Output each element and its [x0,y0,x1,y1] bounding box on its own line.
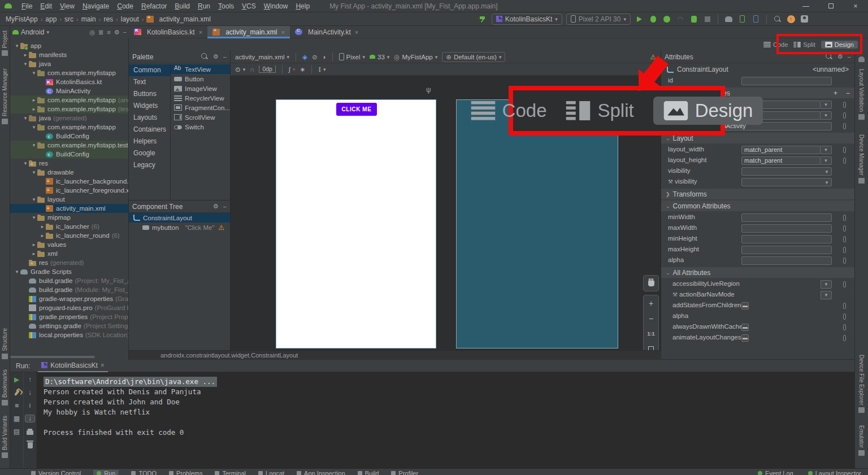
search-everywhere-icon[interactable] [772,14,782,24]
breadcrumb-item[interactable]: MyFistApp [6,15,38,23]
palette-category-common[interactable]: Common [129,64,170,76]
dropdown-arrow-button[interactable]: ▼ [821,101,832,109]
statusbar-layout-inspector[interactable]: Layout Inspector [808,470,861,475]
tree-item-ic-launcher-round[interactable]: ▸ic_launcher_round (6) [10,231,128,240]
strip-device-file-explorer[interactable]: Device File Explorer [858,355,865,413]
tri-state-checkbox[interactable]: ▬ [741,324,749,331]
attr-value-dropdown[interactable]: ▼ [741,178,832,186]
breadcrumb-item[interactable]: src [64,15,73,23]
tree-item-mipmap[interactable]: ▾mipmap [10,213,128,222]
editor-tab-mainactivity-kt[interactable]: MainActivity.kt× [290,26,363,38]
palette-category-widgets[interactable]: Widgets [129,100,170,112]
default-margin-select[interactable]: 0dp [259,66,276,73]
palette-category-layouts[interactable]: Layouts [129,112,170,124]
attr-value-input[interactable] [741,246,832,254]
tree-collapse-arrow[interactable]: ▾ [14,267,20,276]
attach-debugger-button[interactable] [689,14,698,24]
menu-navigate[interactable]: Navigate [79,2,113,10]
menu-tools[interactable]: Tools [214,2,238,10]
component-mybutton[interactable]: mybutton"Click Me"⚠ [129,223,230,232]
attr-value-input[interactable] [741,256,832,265]
run-tab[interactable]: KotolinBasicsKt × [38,360,107,372]
statusbar-event-log[interactable]: Event Log [758,470,793,475]
strip-build-variants[interactable]: Build Variants [2,416,8,458]
warning-icon[interactable]: ⚠ [218,224,224,232]
attr-value-field[interactable]: match_parent [741,156,821,165]
tree-item-java[interactable]: ▾java (generated) [10,114,128,123]
tree-item-build-gradle[interactable]: build.gradle (Project: My_Fist_App) [10,276,128,285]
menu-window[interactable]: Window [260,2,292,10]
blueprint-view-canvas[interactable] [456,99,618,348]
zoom-out-button[interactable]: − [644,311,658,326]
locate-file-icon[interactable]: ◎ [89,29,95,36]
menu-build[interactable]: Build [171,2,194,10]
tree-expand-arrow[interactable]: ▸ [22,50,29,59]
section-toggle-arrow[interactable]: ⌄ [666,270,670,276]
tree-item-res[interactable]: res (generated) [10,258,128,267]
menu-view[interactable]: View [56,2,79,10]
gear-icon[interactable]: ⚙ [213,53,219,60]
palette-category-helpers[interactable]: Helpers [129,136,170,147]
section-toggle-arrow[interactable]: ❯ [666,191,670,197]
palette-item-switch[interactable]: Switch [171,122,230,132]
close-icon[interactable]: × [355,29,358,36]
horizontal-scrollbar[interactable] [10,356,95,358]
build-settings-icon[interactable] [12,389,22,396]
menu-file[interactable]: File [18,2,36,10]
hide-panel-icon[interactable]: − [123,29,127,36]
tree-item-settings-gradle[interactable]: settings.gradle (Project Settings) [10,321,128,330]
api-version-select[interactable]: 33▾ [370,54,389,60]
strip-project[interactable]: Project [2,30,8,56]
run-button[interactable] [635,14,644,24]
breadcrumb-item[interactable]: main [81,15,96,23]
dropdown-arrow-button[interactable]: ▼ [821,291,832,299]
menu-edit[interactable]: Edit [36,2,56,10]
palette-item-recyclerview[interactable]: RecyclerView [171,93,230,103]
palette-category-google[interactable]: Google [129,147,170,159]
tree-item-gradle-scripts[interactable]: ▾Gradle Scripts [10,267,128,276]
night-mode-off-icon[interactable]: ⊘ [312,53,318,61]
hide-panel-icon[interactable]: − [848,54,851,60]
tree-item-com-example-myfistapp-test[interactable]: ▾com.example.myfistapp.test [10,141,128,150]
dropdown-arrow-button[interactable]: ▼ [821,146,832,154]
tree-expand-arrow[interactable]: ▸ [31,240,37,249]
tree-item-layout[interactable]: ▾layout [10,195,128,204]
close-icon[interactable]: × [101,361,105,369]
expand-all-icon[interactable]: ≣ [98,29,103,36]
menu-refactor[interactable]: Refactor [137,2,171,10]
restore-layout-icon[interactable]: ▤ [12,428,22,435]
tree-item-build-gradle[interactable]: build.gradle (Module: My_Fist_App.ap [10,285,128,294]
breadcrumb-item[interactable]: layout [121,15,139,23]
tree-item-app[interactable]: ▾app [10,41,128,50]
dropdown-arrow-button[interactable]: ▼ [821,156,832,165]
clear-all-icon[interactable] [25,441,35,448]
zoom-in-button[interactable]: + [644,295,658,311]
section-toggle-arrow[interactable]: ⌄ [666,203,670,209]
strip-emulator[interactable]: Emulator [858,425,865,456]
device-manager-icon[interactable] [737,14,747,24]
tree-item-res[interactable]: ▾res [10,159,128,168]
stop-icon[interactable]: ■ [12,402,22,409]
soft-wrap-icon[interactable]: ≀ [25,402,35,409]
statusbar-profiler[interactable]: Profiler [391,470,418,475]
sdk-manager-icon[interactable] [751,14,761,24]
attr-value-input[interactable] [741,213,832,222]
stop-button[interactable] [702,14,712,24]
tree-item-ic-launcher[interactable]: ▸ic_launcher (6) [10,222,128,231]
palette-item-scrollview[interactable]: ScrollView [171,112,230,122]
close-icon[interactable]: × [199,29,202,36]
text-ibeam-icon[interactable]: I▾ [318,66,326,73]
device-for-preview-select[interactable]: Pixel▾ [339,53,365,60]
menu-vcs[interactable]: VCS [238,2,260,10]
tree-item-com-example-myfistapp[interactable]: ▸com.example.myfistapp (test) [10,104,128,114]
breadcrumb-file[interactable]: activity_main.xml [146,15,210,23]
tree-item-proguard-rules-pro[interactable]: proguard-rules.pro (ProGuard Rules fo [10,303,128,312]
tree-item-kotolinbasics-kt[interactable]: KotolinBasics.kt [10,77,128,86]
tree-item-values[interactable]: ▸values [10,240,128,249]
view-mode-split[interactable]: Split [566,100,633,121]
tri-state-checkbox[interactable]: ▬ [741,302,749,310]
tree-item-xml[interactable]: ▸xml [10,249,128,258]
statusbar-version-control[interactable]: Version Control [31,470,81,475]
palette-item-textview[interactable]: TextView [171,64,230,74]
strip-structure[interactable]: Structure [2,328,8,359]
